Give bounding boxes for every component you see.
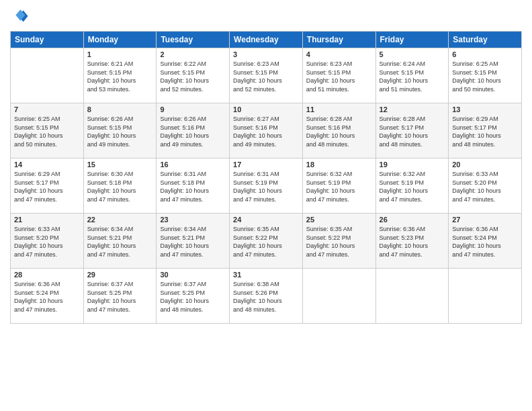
calendar-cell	[449, 269, 522, 324]
calendar-cell: 23Sunrise: 6:34 AM Sunset: 5:21 PM Dayli…	[157, 214, 230, 269]
header-row: SundayMondayTuesdayWednesdayThursdayFrid…	[11, 32, 522, 48]
day-number: 19	[380, 161, 445, 169]
day-of-week-header: Tuesday	[157, 32, 230, 48]
day-info: Sunrise: 6:29 AM Sunset: 5:17 PM Dayligh…	[14, 170, 80, 203]
day-info: Sunrise: 6:23 AM Sunset: 5:15 PM Dayligh…	[233, 60, 299, 93]
day-number: 26	[380, 216, 445, 224]
calendar-cell: 27Sunrise: 6:36 AM Sunset: 5:24 PM Dayli…	[449, 214, 522, 269]
calendar-table: SundayMondayTuesdayWednesdayThursdayFrid…	[10, 31, 522, 324]
day-info: Sunrise: 6:36 AM Sunset: 5:23 PM Dayligh…	[380, 225, 445, 259]
day-number: 14	[14, 161, 80, 169]
calendar-cell: 9Sunrise: 6:26 AM Sunset: 5:16 PM Daylig…	[157, 103, 230, 158]
day-info: Sunrise: 6:37 AM Sunset: 5:25 PM Dayligh…	[160, 280, 226, 314]
calendar-week-row: 28Sunrise: 6:36 AM Sunset: 5:24 PM Dayli…	[11, 269, 522, 324]
calendar-cell: 22Sunrise: 6:34 AM Sunset: 5:21 PM Dayli…	[83, 214, 157, 269]
day-number: 24	[233, 216, 299, 224]
day-number: 18	[306, 161, 372, 169]
day-number: 4	[306, 50, 372, 58]
day-info: Sunrise: 6:35 AM Sunset: 5:22 PM Dayligh…	[306, 225, 372, 259]
day-number: 13	[452, 105, 518, 113]
day-info: Sunrise: 6:23 AM Sunset: 5:15 PM Dayligh…	[306, 60, 372, 93]
day-number: 8	[87, 105, 153, 113]
day-of-week-header: Saturday	[449, 32, 522, 48]
calendar-cell: 12Sunrise: 6:28 AM Sunset: 5:17 PM Dayli…	[375, 103, 449, 158]
day-number: 16	[160, 161, 226, 169]
day-info: Sunrise: 6:26 AM Sunset: 5:16 PM Dayligh…	[160, 115, 226, 148]
day-number: 28	[14, 271, 80, 279]
calendar-cell: 5Sunrise: 6:24 AM Sunset: 5:15 PM Daylig…	[375, 48, 449, 103]
day-number: 1	[87, 50, 153, 58]
calendar-cell	[375, 269, 449, 324]
day-info: Sunrise: 6:24 AM Sunset: 5:15 PM Dayligh…	[380, 60, 445, 93]
day-info: Sunrise: 6:36 AM Sunset: 5:24 PM Dayligh…	[14, 280, 80, 314]
calendar-cell: 11Sunrise: 6:28 AM Sunset: 5:16 PM Dayli…	[302, 103, 375, 158]
day-number: 20	[452, 161, 518, 169]
day-number: 22	[87, 216, 153, 224]
calendar-cell: 24Sunrise: 6:35 AM Sunset: 5:22 PM Dayli…	[230, 214, 303, 269]
calendar-cell: 16Sunrise: 6:31 AM Sunset: 5:18 PM Dayli…	[157, 158, 230, 214]
day-info: Sunrise: 6:33 AM Sunset: 5:20 PM Dayligh…	[452, 170, 518, 203]
day-number: 30	[160, 271, 226, 279]
calendar-cell: 3Sunrise: 6:23 AM Sunset: 5:15 PM Daylig…	[230, 48, 303, 103]
day-info: Sunrise: 6:28 AM Sunset: 5:16 PM Dayligh…	[306, 115, 372, 148]
calendar-cell: 14Sunrise: 6:29 AM Sunset: 5:17 PM Dayli…	[11, 158, 84, 214]
calendar-cell: 2Sunrise: 6:22 AM Sunset: 5:15 PM Daylig…	[157, 48, 230, 103]
day-number: 9	[160, 105, 226, 113]
calendar-cell: 25Sunrise: 6:35 AM Sunset: 5:22 PM Dayli…	[302, 214, 375, 269]
day-info: Sunrise: 6:30 AM Sunset: 5:18 PM Dayligh…	[87, 170, 153, 203]
calendar-cell: 18Sunrise: 6:32 AM Sunset: 5:19 PM Dayli…	[302, 158, 375, 214]
day-of-week-header: Monday	[83, 32, 157, 48]
day-number: 6	[452, 50, 518, 58]
day-number: 3	[233, 50, 299, 58]
day-info: Sunrise: 6:35 AM Sunset: 5:22 PM Dayligh…	[233, 225, 299, 259]
day-number: 10	[233, 105, 299, 113]
calendar-cell: 30Sunrise: 6:37 AM Sunset: 5:25 PM Dayli…	[157, 269, 230, 324]
calendar-cell: 10Sunrise: 6:27 AM Sunset: 5:16 PM Dayli…	[230, 103, 303, 158]
day-info: Sunrise: 6:38 AM Sunset: 5:26 PM Dayligh…	[233, 280, 299, 314]
day-info: Sunrise: 6:29 AM Sunset: 5:17 PM Dayligh…	[452, 115, 518, 148]
day-info: Sunrise: 6:27 AM Sunset: 5:16 PM Dayligh…	[233, 115, 299, 148]
calendar-header: SundayMondayTuesdayWednesdayThursdayFrid…	[11, 32, 522, 48]
day-number: 2	[160, 50, 226, 58]
logo-icon	[10, 7, 29, 26]
day-info: Sunrise: 6:34 AM Sunset: 5:21 PM Dayligh…	[87, 225, 153, 259]
calendar-cell: 17Sunrise: 6:31 AM Sunset: 5:19 PM Dayli…	[230, 158, 303, 214]
day-number: 27	[452, 216, 518, 224]
calendar-cell: 19Sunrise: 6:32 AM Sunset: 5:19 PM Dayli…	[375, 158, 449, 214]
calendar-week-row: 7Sunrise: 6:25 AM Sunset: 5:15 PM Daylig…	[11, 103, 522, 158]
day-info: Sunrise: 6:26 AM Sunset: 5:15 PM Dayligh…	[87, 115, 153, 148]
day-info: Sunrise: 6:25 AM Sunset: 5:15 PM Dayligh…	[452, 60, 518, 93]
day-info: Sunrise: 6:34 AM Sunset: 5:21 PM Dayligh…	[160, 225, 226, 259]
day-info: Sunrise: 6:22 AM Sunset: 5:15 PM Dayligh…	[160, 60, 226, 93]
day-of-week-header: Thursday	[302, 32, 375, 48]
day-number: 7	[14, 105, 80, 113]
day-info: Sunrise: 6:32 AM Sunset: 5:19 PM Dayligh…	[380, 170, 445, 203]
calendar-cell: 13Sunrise: 6:29 AM Sunset: 5:17 PM Dayli…	[449, 103, 522, 158]
day-number: 11	[306, 105, 372, 113]
calendar-cell	[302, 269, 375, 324]
calendar-cell: 1Sunrise: 6:21 AM Sunset: 5:15 PM Daylig…	[83, 48, 157, 103]
day-info: Sunrise: 6:25 AM Sunset: 5:15 PM Dayligh…	[14, 115, 80, 148]
logo	[10, 7, 32, 26]
day-number: 15	[87, 161, 153, 169]
day-info: Sunrise: 6:31 AM Sunset: 5:18 PM Dayligh…	[160, 170, 226, 203]
day-info: Sunrise: 6:33 AM Sunset: 5:20 PM Dayligh…	[14, 225, 80, 259]
calendar-cell	[11, 48, 84, 103]
calendar-week-row: 14Sunrise: 6:29 AM Sunset: 5:17 PM Dayli…	[11, 158, 522, 214]
day-number: 23	[160, 216, 226, 224]
day-info: Sunrise: 6:37 AM Sunset: 5:25 PM Dayligh…	[87, 280, 153, 314]
day-info: Sunrise: 6:21 AM Sunset: 5:15 PM Dayligh…	[87, 60, 153, 93]
page: SundayMondayTuesdayWednesdayThursdayFrid…	[0, 0, 532, 411]
day-number: 31	[233, 271, 299, 279]
calendar-cell: 4Sunrise: 6:23 AM Sunset: 5:15 PM Daylig…	[302, 48, 375, 103]
day-info: Sunrise: 6:36 AM Sunset: 5:24 PM Dayligh…	[452, 225, 518, 259]
calendar-cell: 21Sunrise: 6:33 AM Sunset: 5:20 PM Dayli…	[11, 214, 84, 269]
day-number: 5	[380, 50, 445, 58]
day-of-week-header: Sunday	[11, 32, 84, 48]
calendar-cell: 31Sunrise: 6:38 AM Sunset: 5:26 PM Dayli…	[230, 269, 303, 324]
calendar-cell: 28Sunrise: 6:36 AM Sunset: 5:24 PM Dayli…	[11, 269, 84, 324]
calendar-cell: 29Sunrise: 6:37 AM Sunset: 5:25 PM Dayli…	[83, 269, 157, 324]
calendar-body: 1Sunrise: 6:21 AM Sunset: 5:15 PM Daylig…	[11, 48, 522, 324]
day-number: 25	[306, 216, 372, 224]
calendar-cell: 7Sunrise: 6:25 AM Sunset: 5:15 PM Daylig…	[11, 103, 84, 158]
